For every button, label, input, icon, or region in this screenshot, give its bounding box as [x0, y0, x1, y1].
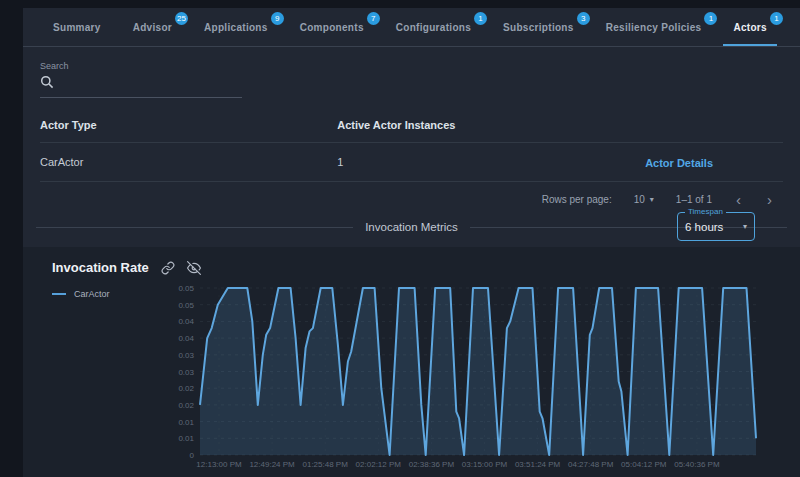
y-axis-label: 0.03	[178, 367, 194, 376]
tab-advisor[interactable]: Advisor 25	[117, 8, 188, 46]
tab-summary[interactable]: Summary	[37, 8, 117, 46]
search-icon	[40, 75, 54, 93]
timespan-select[interactable]: Timespan 6 hours ▾	[677, 212, 755, 241]
eye-off-icon[interactable]	[187, 261, 201, 275]
y-axis-label: 0	[190, 451, 194, 460]
tab-advisor-badge: 25	[175, 12, 188, 25]
x-axis-label: 03:15:00 PM	[462, 460, 507, 469]
tab-configurations-inner: Configurations 1	[392, 8, 475, 46]
x-axis-label: 02:38:36 PM	[409, 460, 454, 469]
tab-resiliency-policies-label: Resiliency Policies	[606, 22, 702, 33]
tab-components[interactable]: Components 7	[284, 8, 380, 46]
x-axis-label: 05:40:36 PM	[674, 460, 719, 469]
column-header-actor-type: Actor Type	[40, 119, 337, 131]
chart-plot-area	[200, 288, 756, 455]
table-row: CarActor 1 Actor Details	[40, 143, 783, 182]
tab-actors-inner: Actors 1	[729, 8, 770, 46]
y-axis: 0.050.050.040.040.030.030.020.020.010.01…	[162, 288, 194, 455]
x-axis-label: 01:25:48 PM	[303, 460, 348, 469]
table-header-row: Actor Type Active Actor Instances	[40, 108, 783, 143]
tab-subscriptions-badge: 3	[577, 12, 590, 25]
search-field: Search	[40, 61, 242, 98]
cell-active-instances: 1	[337, 156, 619, 168]
tab-subscriptions[interactable]: Subscriptions 3	[487, 8, 590, 46]
tab-configurations-badge: 1	[474, 12, 487, 25]
cell-actor-type: CarActor	[40, 156, 337, 168]
tab-components-inner: Components 7	[296, 8, 368, 46]
tab-applications-badge: 9	[271, 12, 284, 25]
rows-per-page-value: 10	[634, 194, 645, 205]
rows-per-page-select[interactable]: 10 ▾	[634, 194, 654, 205]
tab-actors-badge: 1	[770, 12, 783, 25]
divider-line-left	[36, 227, 353, 228]
section-title: Invocation Metrics	[365, 221, 458, 233]
tab-bar: Summary Advisor 25 Applications 9 Compon…	[23, 8, 800, 47]
y-axis-label: 0.04	[178, 334, 194, 343]
x-axis-label: 12:13:00 PM	[196, 460, 241, 469]
invocation-metrics-divider: Invocation Metrics	[36, 221, 787, 233]
y-axis-label: 0.05	[178, 300, 194, 309]
tab-resiliency-policies[interactable]: Resiliency Policies 1	[590, 8, 718, 46]
tab-subscriptions-label: Subscriptions	[503, 22, 574, 33]
legend-label: CarActor	[74, 289, 110, 299]
y-axis-label: 0.03	[178, 350, 194, 359]
search-label: Search	[40, 61, 242, 71]
pagination: Rows per page: 10 ▾ 1–1 of 1 ‹ ›	[23, 192, 774, 207]
actor-table: Actor Type Active Actor Instances CarAct…	[40, 108, 783, 182]
tab-subscriptions-inner: Subscriptions 3	[499, 8, 578, 46]
chart-title: Invocation Rate	[52, 260, 149, 275]
x-axis: 12:13:00 PM12:49:24 PM01:25:48 PM02:02:1…	[200, 460, 756, 472]
tab-components-badge: 7	[367, 12, 380, 25]
timespan-label: Timespan	[685, 207, 726, 216]
timespan-value: 6 hours	[685, 221, 723, 233]
next-page-button[interactable]: ›	[765, 192, 774, 207]
actor-details-link[interactable]: Actor Details	[645, 157, 713, 169]
x-axis-label: 05:04:12 PM	[621, 460, 666, 469]
y-axis-label: 0.04	[178, 317, 194, 326]
chart-legend[interactable]: CarActor	[52, 289, 110, 299]
y-axis-label: 0.02	[178, 384, 194, 393]
tab-components-label: Components	[300, 22, 364, 33]
tab-advisor-label: Advisor	[133, 22, 172, 33]
y-axis-label: 0.05	[178, 284, 194, 293]
previous-page-button[interactable]: ‹	[734, 192, 743, 207]
y-axis-label: 0.01	[178, 434, 194, 443]
link-icon[interactable]	[161, 261, 175, 275]
tab-actors[interactable]: Actors 1	[717, 8, 782, 46]
tab-summary-inner: Summary	[49, 8, 105, 46]
invocation-rate-chart: 0.050.050.040.040.030.030.020.020.010.01…	[200, 288, 756, 455]
tab-summary-label: Summary	[53, 22, 101, 33]
y-axis-label: 0.02	[178, 400, 194, 409]
tab-resiliency-policies-inner: Resiliency Policies 1	[602, 8, 706, 46]
tab-configurations[interactable]: Configurations 1	[380, 8, 487, 46]
tab-resiliency-policies-badge: 1	[704, 12, 717, 25]
x-axis-label: 02:02:12 PM	[356, 460, 401, 469]
column-header-active-instances: Active Actor Instances	[337, 119, 619, 131]
invocation-rate-card: Invocation Rate CarActor 0.050.050.040.0…	[23, 247, 800, 477]
tab-actors-label: Actors	[733, 22, 766, 33]
pagination-range: 1–1 of 1	[676, 194, 712, 205]
x-axis-label: 04:27:48 PM	[568, 460, 613, 469]
chart-title-row: Invocation Rate	[52, 260, 201, 275]
tab-advisor-inner: Advisor 25	[129, 8, 176, 46]
chevron-down-icon: ▾	[743, 222, 747, 231]
caret-down-icon: ▾	[650, 195, 654, 204]
legend-line-swatch	[52, 293, 66, 295]
x-axis-label: 03:51:24 PM	[515, 460, 560, 469]
x-axis-label: 12:49:24 PM	[249, 460, 294, 469]
dashboard-panel: Summary Advisor 25 Applications 9 Compon…	[23, 8, 800, 477]
rows-per-page-label: Rows per page:	[542, 194, 612, 205]
search-input[interactable]	[60, 77, 242, 91]
tab-applications-inner: Applications 9	[200, 8, 272, 46]
tab-applications[interactable]: Applications 9	[188, 8, 284, 46]
tab-configurations-label: Configurations	[396, 22, 471, 33]
search-input-row	[40, 75, 242, 98]
tab-applications-label: Applications	[204, 22, 268, 33]
y-axis-label: 0.01	[178, 417, 194, 426]
